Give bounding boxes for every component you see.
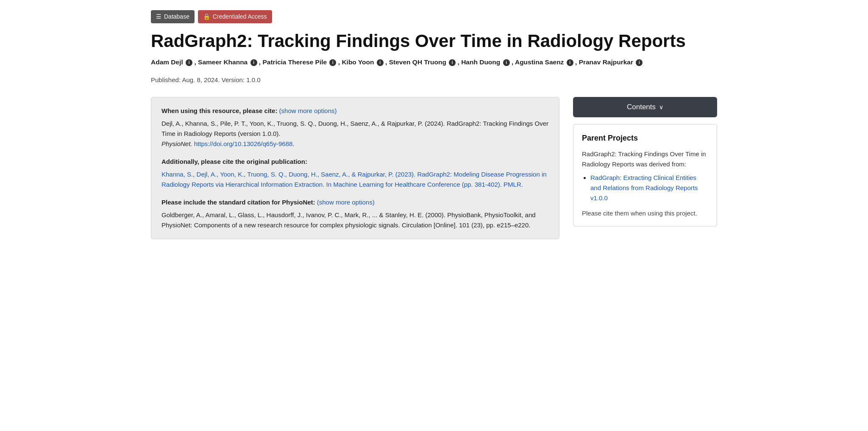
author-5: Steven QH Truong: [389, 58, 446, 66]
citation-section-primary: When using this resource, please cite: (…: [161, 106, 549, 149]
parent-projects-title: Parent Projects: [582, 132, 708, 144]
database-label: Database: [164, 12, 189, 21]
author-5-info-icon[interactable]: i: [449, 59, 456, 66]
contents-label: Contents: [627, 103, 656, 111]
main-layout: When using this resource, please cite: (…: [151, 97, 717, 239]
lock-icon: 🔒: [203, 12, 210, 21]
show-options-1-link[interactable]: (show more options): [279, 107, 337, 114]
contents-button[interactable]: Contents ∨: [573, 97, 717, 117]
database-badge[interactable]: ☰ Database: [151, 10, 195, 23]
author-3: Patricia Therese Pile: [262, 58, 327, 66]
citation-box: When using this resource, please cite: (…: [151, 97, 559, 239]
primary-citation-label: When using this resource, please cite:: [161, 107, 277, 114]
please-cite-text: Please cite them when using this project…: [582, 208, 708, 218]
author-1-info-icon[interactable]: i: [186, 59, 192, 66]
physionet-citation-label: Please include the standard citation for…: [161, 199, 315, 206]
parent-projects-box: Parent Projects RadGraph2: Tracking Find…: [573, 124, 717, 227]
author-7-info-icon[interactable]: i: [567, 59, 573, 66]
author-8-info-icon[interactable]: i: [636, 59, 643, 66]
physionet-citation-text: Goldberger, A., Amaral, L., Glass, L., H…: [161, 210, 549, 230]
parent-projects-list: RadGraph: Extracting Clinical Entities a…: [590, 173, 708, 203]
sidebar: Contents ∨ Parent Projects RadGraph2: Tr…: [573, 97, 717, 227]
author-2-info-icon[interactable]: i: [250, 59, 257, 66]
author-6: Hanh Duong: [461, 58, 500, 66]
badge-row: ☰ Database 🔒 Credentialed Access: [151, 10, 717, 23]
primary-citation-text: Dejl, A., Khanna, S., Pile, P. T., Yoon,…: [161, 119, 549, 149]
author-2: Sameer Khanna: [198, 58, 248, 66]
main-content: When using this resource, please cite: (…: [151, 97, 559, 239]
show-options-2-link[interactable]: (show more options): [317, 199, 375, 206]
chevron-down-icon: ∨: [659, 104, 663, 111]
radgraph-link[interactable]: RadGraph: Extracting Clinical Entities a…: [590, 174, 698, 202]
author-4-info-icon[interactable]: i: [377, 59, 384, 66]
author-8: Pranav Rajpurkar: [579, 58, 633, 66]
citation-section-physionet: Please include the standard citation for…: [161, 197, 549, 230]
parent-projects-description: RadGraph2: Tracking Findings Over Time i…: [582, 149, 708, 169]
page-title: RadGraph2: Tracking Findings Over Time i…: [151, 31, 717, 51]
list-item: RadGraph: Extracting Clinical Entities a…: [590, 173, 708, 203]
credentialed-label: Credentialed Access: [213, 12, 267, 21]
author-7: Agustina Saenz: [515, 58, 564, 66]
authors-section: Adam Dejl i , Sameer Khanna i , Patricia…: [151, 57, 717, 68]
author-6-info-icon[interactable]: i: [503, 59, 510, 66]
additional-citation-link[interactable]: Khanna, S., Dejl, A., Yoon, K., Truong, …: [161, 171, 547, 188]
citation-section-additional: Additionally, please cite the original p…: [161, 157, 549, 190]
doi-link[interactable]: https://doi.org/10.13026/q65y-9688: [194, 140, 293, 147]
author-1: Adam Dejl: [151, 58, 183, 66]
published-info: Published: Aug. 8, 2024. Version: 1.0.0: [151, 75, 717, 85]
credentialed-badge[interactable]: 🔒 Credentialed Access: [198, 10, 272, 23]
author-3-info-icon[interactable]: i: [329, 59, 336, 66]
author-4: Kibo Yoon: [342, 58, 374, 66]
additional-citation-label: Additionally, please cite the original p…: [161, 158, 307, 165]
database-icon: ☰: [156, 12, 161, 21]
